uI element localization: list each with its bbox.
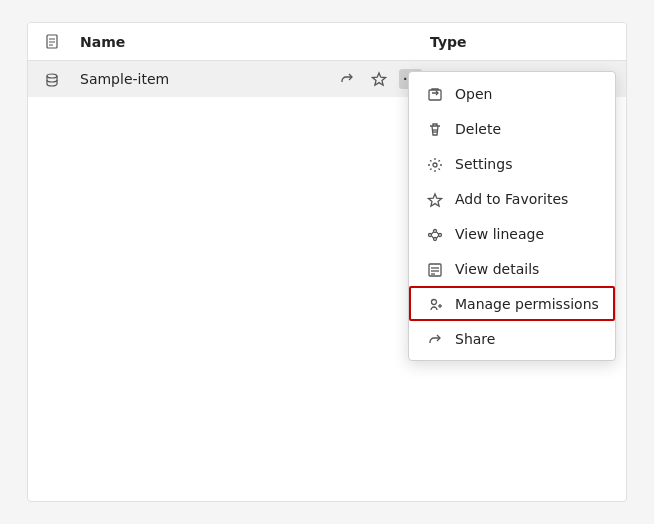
- menu-item-details[interactable]: View details: [409, 251, 615, 286]
- settings-label: Settings: [455, 156, 512, 172]
- settings-icon: [425, 154, 445, 173]
- permissions-label: Manage permissions: [455, 296, 599, 312]
- favorite-button[interactable]: [367, 69, 391, 89]
- menu-item-permissions[interactable]: Manage permissions: [409, 286, 615, 321]
- open-icon: [425, 84, 445, 103]
- svg-point-15: [439, 233, 442, 236]
- svg-point-13: [434, 229, 437, 232]
- delete-icon: [425, 119, 445, 138]
- menu-item-settings[interactable]: Settings: [409, 146, 615, 181]
- lineage-icon: [425, 224, 445, 243]
- menu-item-delete[interactable]: Delete: [409, 111, 615, 146]
- favorites-label: Add to Favorites: [455, 191, 568, 207]
- permissions-icon: [425, 294, 445, 313]
- open-label: Open: [455, 86, 492, 102]
- svg-marker-11: [429, 194, 442, 206]
- svg-point-14: [434, 237, 437, 240]
- svg-line-19: [437, 235, 439, 237]
- share-label: Share: [455, 331, 495, 347]
- svg-point-4: [47, 74, 57, 78]
- details-icon: [425, 259, 445, 278]
- svg-point-24: [432, 299, 437, 304]
- name-column-header: Name: [80, 34, 430, 50]
- row-db-icon: [44, 70, 80, 89]
- svg-marker-5: [373, 73, 386, 85]
- svg-point-10: [433, 163, 437, 167]
- row-item-name: Sample-item: [80, 71, 335, 87]
- share-button[interactable]: [335, 69, 359, 89]
- main-container: Name Type Sample-item: [27, 22, 627, 502]
- svg-line-17: [432, 235, 434, 237]
- type-column-header: Type: [430, 34, 610, 50]
- menu-item-share[interactable]: Share: [409, 321, 615, 356]
- details-label: View details: [455, 261, 539, 277]
- favorites-icon: [425, 189, 445, 208]
- header-icon-col: [44, 33, 80, 50]
- menu-item-open[interactable]: Open: [409, 76, 615, 111]
- table-header: Name Type: [28, 23, 626, 61]
- context-menu: Open Delete Settings: [408, 71, 616, 361]
- svg-rect-6: [429, 90, 441, 100]
- svg-point-12: [429, 233, 432, 236]
- svg-line-18: [437, 231, 439, 233]
- menu-item-favorites[interactable]: Add to Favorites: [409, 181, 615, 216]
- lineage-label: View lineage: [455, 226, 544, 242]
- menu-item-lineage[interactable]: View lineage: [409, 216, 615, 251]
- delete-label: Delete: [455, 121, 501, 137]
- share-icon: [425, 329, 445, 348]
- svg-line-16: [432, 231, 434, 233]
